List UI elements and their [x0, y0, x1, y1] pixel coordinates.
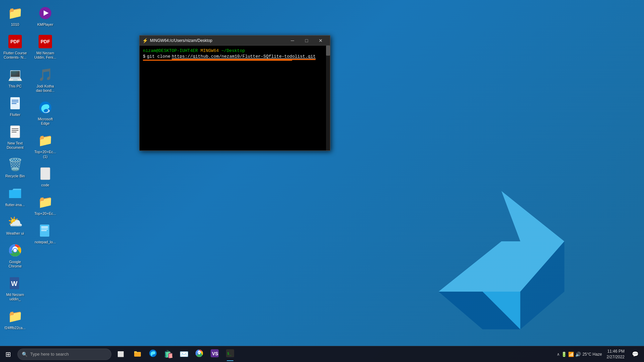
chrome-icon	[7, 242, 23, 258]
document-icon	[7, 95, 23, 111]
terminal-close-button[interactable]: ✕	[314, 36, 327, 45]
taskbar: ⊞ 🔍 Type here to search ⬜ �	[0, 346, 644, 362]
icon-1010[interactable]: 📁 1010	[2, 3, 29, 28]
icon-code[interactable]: code	[32, 164, 59, 189]
terminal-window[interactable]: ⚡ MINGW64:/c/Users/nizam/Desktop ─ □ ✕ n…	[139, 35, 330, 151]
system-tray: ∧ 🔋 📶 🔊 25°C Haze	[557, 352, 602, 357]
icon-1010-label: 1010	[11, 22, 19, 27]
taskbar-vs[interactable]: VS	[207, 347, 222, 362]
terminal-titlebar: ⚡ MINGW64:/c/Users/nizam/Desktop ─ □ ✕	[140, 36, 330, 46]
icon-notepad[interactable]: notepad_lo...	[32, 221, 59, 246]
svg-point-31	[198, 352, 200, 354]
clock-time: 11:46 PM	[607, 349, 625, 354]
file-explorer-icon	[133, 349, 142, 359]
taskbar-chrome[interactable]	[192, 347, 207, 362]
notification-center-button[interactable]: 💬	[629, 346, 641, 362]
icon-jodi-label: Jodi Kotha dao bond...	[34, 84, 57, 93]
tray-chevron-icon[interactable]: ∧	[557, 352, 560, 357]
kmplayer-icon	[37, 5, 53, 21]
visual-studio-icon: VS	[211, 349, 219, 359]
store-icon: 🛍️	[164, 350, 173, 359]
tray-wifi-icon: 📶	[568, 352, 574, 357]
icon-recycle-bin[interactable]: 🗑️ Recycle Bin	[2, 155, 29, 180]
icon-weather-ui[interactable]: ⛅ Weather ui	[2, 212, 29, 237]
taskbar-clock[interactable]: 11:46 PM 2/27/2022	[604, 349, 627, 360]
task-view-icon: ⬜	[117, 351, 124, 357]
icon-edge[interactable]: Microsoft Edge	[32, 98, 59, 127]
icon-md-nezam2-label: Md Nezam Uddin, Feni...	[34, 51, 57, 60]
word-icon: W	[7, 275, 23, 291]
taskbar-file-explorer[interactable]	[130, 347, 145, 362]
icon-kmplayer-label: KMPlayer	[37, 22, 53, 27]
icon-md-nezam2[interactable]: PDF Md Nezam Uddin, Feni...	[32, 32, 59, 61]
terminal-body[interactable]: nizam@DESKTOP-IUHT4ER MINGW64 ~/Desktop …	[140, 46, 330, 150]
desktop: 📁 1010 PDF Flutter Course Contents- N...…	[0, 0, 644, 362]
icon-google-chrome[interactable]: Google Chrome	[2, 241, 29, 270]
recycle-icon: 🗑️	[7, 157, 23, 173]
terminal-scrollbar-thumb[interactable]	[326, 46, 330, 56]
folder-image-icon	[7, 185, 23, 201]
terminal-url-text: https://github.com/nezam10/Flutter-SQfli…	[172, 54, 316, 59]
flutter-logo-background	[426, 191, 577, 342]
folder2-icon: 📁	[7, 308, 23, 324]
taskbar-mail[interactable]: ✉️	[176, 347, 191, 362]
edge-taskbar-icon	[149, 349, 157, 359]
icon-new-text-label: New Text Document	[3, 141, 27, 150]
terminal-minimize-button[interactable]: ─	[286, 36, 299, 45]
taskbar-search-box[interactable]: 🔍 Type here to search	[17, 349, 111, 360]
computer-icon: 💻	[7, 67, 23, 83]
folder4-icon: 📁	[37, 194, 53, 210]
icon-top20-1[interactable]: 📁 Top+20+Ec... (1)	[32, 131, 59, 160]
chrome-taskbar-icon	[195, 349, 203, 359]
svg-rect-7	[12, 102, 18, 102]
terminal-prompt-line: nizam@DESKTOP-IUHT4ER MINGW64 ~/Desktop	[143, 48, 327, 53]
notepad-icon	[37, 223, 53, 239]
taskbar-store[interactable]: 🛍️	[161, 347, 176, 362]
pdf2-icon: PDF	[37, 34, 53, 50]
icon-flutter-course[interactable]: PDF Flutter Course Contents- N...	[2, 32, 29, 61]
taskbar-terminal[interactable]: $_	[223, 347, 237, 362]
terminal-scrollbar[interactable]	[326, 46, 330, 150]
icon-edge-label: Microsoft Edge	[34, 117, 57, 126]
svg-rect-25	[41, 229, 48, 229]
text-icon	[7, 124, 23, 140]
terminal-controls: ─ □ ✕	[286, 36, 327, 45]
svg-rect-12	[12, 132, 16, 132]
terminal-title-text: MINGW64:/c/Users/nizam/Desktop	[150, 38, 286, 43]
terminal-path: ~/Desktop	[221, 48, 245, 53]
weather-icon: ⛅	[7, 214, 23, 230]
start-button[interactable]: ⊞	[0, 346, 16, 362]
icon-f24-label: f24fffb22ca...	[4, 326, 25, 330]
audio-icon: 🎵	[37, 67, 53, 83]
folder-icon: 📁	[7, 5, 23, 21]
icon-this-pc[interactable]: 💻 This PC	[2, 65, 29, 90]
task-view-button[interactable]: ⬜	[113, 346, 129, 362]
svg-text:W: W	[11, 280, 17, 287]
mail-icon: ✉️	[179, 350, 189, 359]
icon-kmplayer[interactable]: KMPlayer	[32, 3, 59, 28]
icon-md-nezam[interactable]: W Md Nezam uddin_	[2, 274, 29, 303]
icon-top20-1-label: Top+20+Ec... (1)	[34, 150, 57, 159]
icon-flutter[interactable]: Flutter	[2, 94, 29, 119]
svg-text:$_: $_	[227, 351, 232, 356]
tray-volume-icon: 🔊	[575, 352, 581, 357]
terminal-dollar: $	[143, 54, 146, 59]
taskbar-edge[interactable]	[146, 347, 160, 362]
icon-md-nezam-label: Md Nezam uddin_	[3, 293, 27, 301]
notification-icon: 💬	[632, 351, 639, 357]
terminal-taskbar-icon: $_	[226, 349, 234, 359]
icon-flutter-img[interactable]: flutter-ima...	[2, 184, 29, 209]
icon-jodi[interactable]: 🎵 Jodi Kotha dao bond...	[32, 65, 59, 95]
icon-new-text[interactable]: New Text Document	[2, 122, 29, 152]
icon-code-label: code	[41, 183, 49, 187]
terminal-user-host: nizam@DESKTOP-IUHT4ER	[143, 48, 198, 53]
icon-notepad-label: notepad_lo...	[35, 240, 56, 244]
terminal-url-container: https://github.com/nezam10/Flutter-SQfli…	[172, 54, 316, 59]
search-placeholder-text: Type here to search	[30, 352, 69, 357]
icon-f24[interactable]: 📁 f24fffb22ca...	[2, 307, 29, 332]
terminal-maximize-button[interactable]: □	[300, 36, 313, 45]
svg-text:VS: VS	[212, 351, 218, 356]
edge-icon	[37, 100, 53, 116]
icon-top20-2[interactable]: 📁 Top+20+Ec...	[32, 192, 59, 218]
svg-rect-11	[12, 130, 18, 131]
